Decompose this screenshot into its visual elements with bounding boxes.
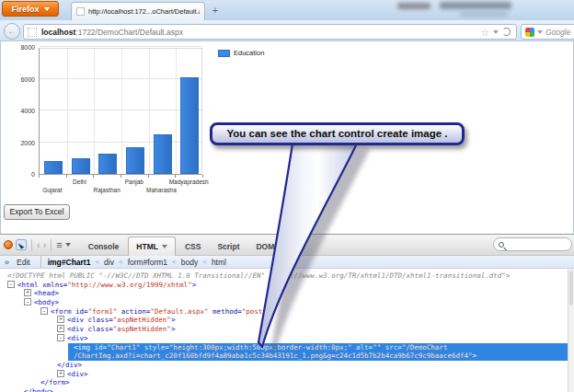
code-token: <div <box>67 316 88 324</box>
divider <box>40 256 41 268</box>
firefox-app-button[interactable]: Firefox <box>2 1 59 17</box>
code-token: </form> <box>40 378 70 386</box>
code-token: class= <box>88 325 113 333</box>
site-icon <box>28 28 37 37</box>
code-line[interactable]: +<head> <box>0 289 568 298</box>
breadcrumb-item[interactable]: html <box>212 258 226 267</box>
firebug-tab-css[interactable]: CSS <box>178 238 208 256</box>
edit-button[interactable]: Edit <box>13 258 34 267</box>
breadcrumb-separator: < <box>119 258 123 266</box>
export-to-excel-button[interactable]: Export To Excel <box>4 204 70 220</box>
firebug-tab-console[interactable]: Console <box>81 238 127 256</box>
bookmark-star-icon[interactable]: ☆ <box>480 28 489 37</box>
history-back-icon[interactable]: ‹ <box>37 240 40 249</box>
code-token: <html <box>17 281 42 289</box>
background-window-blur <box>440 2 511 9</box>
gridline <box>149 49 150 174</box>
gridline <box>40 78 201 79</box>
code-line[interactable]: +<div class="aspNetHidden"> <box>0 316 568 325</box>
code-token: <div> <box>67 334 88 342</box>
firebug-icon[interactable] <box>4 240 13 249</box>
google-logo-icon <box>525 28 534 37</box>
code-line[interactable]: -<div> <box>0 334 568 343</box>
inspect-element-icon[interactable] <box>16 239 27 250</box>
firebug-tab-bar: ConsoleHTMLCSSScriptDOMNet <box>81 234 311 256</box>
firebug-tab-script[interactable]: Script <box>210 238 247 256</box>
code-token: "aspNetHidden" <box>113 316 171 324</box>
panel-list-icon[interactable]: ≡ <box>56 240 62 249</box>
options-dropdown-icon[interactable] <box>65 243 71 247</box>
breadcrumb-item[interactable]: body <box>181 258 198 267</box>
firebug-tab-html[interactable]: HTML <box>128 236 176 256</box>
x-axis-tick-label: Delhi <box>51 179 109 185</box>
chart-plot <box>39 48 202 175</box>
code-line[interactable]: -<form id="form1" action="Default.aspx" … <box>0 307 568 317</box>
search-engine-dropdown-icon[interactable] <box>537 30 543 34</box>
code-token: "post" <box>242 307 267 316</box>
collapse-toggle-icon[interactable]: - <box>40 307 48 315</box>
expand-toggle-icon[interactable]: + <box>57 316 64 323</box>
expand-toggle-icon[interactable]: + <box>57 325 64 332</box>
firebug-tab-dom[interactable]: DOM <box>248 238 281 256</box>
history-forward-icon[interactable]: › <box>43 240 47 249</box>
reload-icon[interactable] <box>502 28 511 36</box>
code-token: action= <box>117 307 150 316</box>
code-token: "" <box>373 343 381 352</box>
url-bar[interactable]: localhost:1722/DemoChart/Default.aspx ☆ <box>23 24 517 40</box>
collapse-toggle-icon[interactable]: - <box>57 334 64 341</box>
code-token: "/DemoChart <box>402 343 448 352</box>
divider <box>31 239 32 251</box>
axis-tick <box>175 175 176 178</box>
code-line[interactable]: +<div> <box>0 370 568 379</box>
breadcrumb-item[interactable]: img#Chart1 <box>48 258 91 267</box>
code-token: xmlns= <box>42 281 67 289</box>
code-token: class= <box>88 316 113 324</box>
legend-label: Education <box>234 49 264 57</box>
collapse-toggle-icon[interactable]: - <box>24 298 31 306</box>
search-icon <box>499 242 504 248</box>
gridline <box>40 142 201 143</box>
axis-tick <box>66 175 67 178</box>
chart-legend: Education <box>218 49 264 57</box>
code-line[interactable]: <!DOCTYPE html PUBLIC "-//W3C//DTD XHTML… <box>0 271 568 281</box>
bar <box>126 147 144 174</box>
code-token: > <box>267 307 271 316</box>
url-dropdown-icon[interactable] <box>493 30 499 34</box>
chevron-down-icon <box>44 7 50 11</box>
code-line[interactable]: +<div class="aspNetHidden"> <box>0 325 568 334</box>
breadcrumb-item[interactable]: div <box>104 258 114 267</box>
search-box[interactable]: Google <box>521 24 574 40</box>
code-line-highlighted[interactable]: <img id="Chart1" style="height:300px;wid… <box>68 343 568 352</box>
url-text: localhost:1722/DemoChart/Default.aspx <box>41 28 183 37</box>
url-domain: localhost <box>41 28 75 37</box>
breadcrumb-item[interactable]: form#form1 <box>128 258 167 267</box>
browser-tab[interactable]: http://localhost:172...oChart/Default.as… <box>71 2 205 20</box>
collapse-toggle-icon[interactable]: - <box>7 281 15 288</box>
code-line[interactable]: </form> <box>0 378 568 387</box>
code-token: <img <box>74 343 95 352</box>
scrollbar[interactable] <box>568 269 574 392</box>
code-line[interactable]: </div> <box>0 361 568 370</box>
code-line-highlighted[interactable]: /ChartImg.axd?i=chart_c20f160bfd9f4a89ab… <box>68 352 568 361</box>
scrollbar-thumb[interactable] <box>569 271 573 306</box>
y-axis-tick-label: 4000 <box>9 108 35 114</box>
axis-tick <box>121 175 121 178</box>
expand-panel-icon[interactable]: ‹› <box>5 258 8 267</box>
breadcrumb-separator: < <box>172 258 177 266</box>
expand-toggle-icon[interactable]: + <box>24 289 31 296</box>
gridline <box>67 49 68 174</box>
code-line[interactable]: </body> <box>0 387 568 392</box>
code-token: <div> <box>67 370 88 378</box>
firebug-tab-net[interactable]: Net <box>283 238 311 256</box>
html-source-panel: <!DOCTYPE html PUBLIC "-//W3C//DTD XHTML… <box>0 269 568 392</box>
code-token: <body> <box>34 298 59 306</box>
code-line[interactable]: -<body> <box>0 298 568 307</box>
code-token: "Chart1" <box>107 343 140 352</box>
firebug-search-input[interactable] <box>493 237 572 251</box>
gridline <box>40 110 201 110</box>
new-tab-button[interactable]: + <box>209 6 222 17</box>
back-button[interactable]: ← <box>4 23 20 40</box>
code-line[interactable]: -<html xmlns="http://www.w3.org/1999/xht… <box>0 281 568 290</box>
code-token: id= <box>95 343 108 352</box>
expand-toggle-icon[interactable]: + <box>57 370 64 377</box>
